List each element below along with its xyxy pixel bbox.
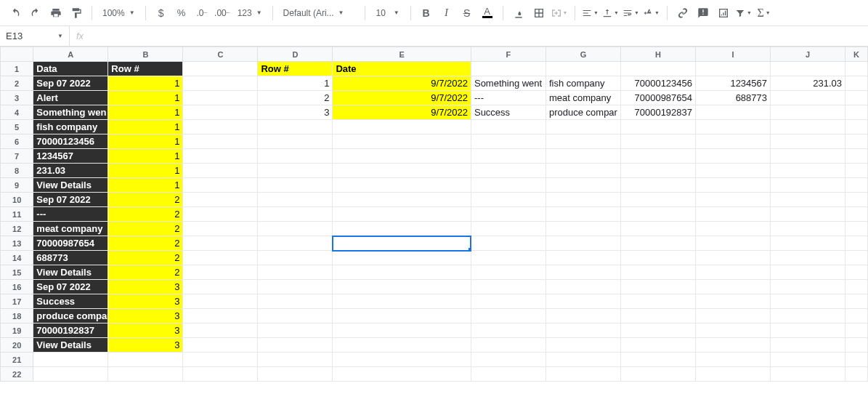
cell[interactable]	[258, 149, 333, 164]
cell[interactable]	[621, 353, 696, 367]
cell[interactable]	[621, 323, 696, 338]
cell[interactable]	[696, 134, 771, 149]
more-formats-combo[interactable]: 123▼	[233, 4, 267, 22]
cell[interactable]	[771, 178, 845, 193]
borders-button[interactable]	[530, 4, 548, 23]
formula-input[interactable]	[90, 26, 868, 46]
cell[interactable]	[183, 353, 258, 367]
cell[interactable]	[545, 222, 620, 236]
cell[interactable]	[258, 236, 333, 251]
undo-button[interactable]	[6, 4, 25, 23]
cell[interactable]: fish company	[33, 120, 108, 134]
column-header[interactable]: G	[545, 47, 620, 62]
decrease-decimal-button[interactable]: .0_	[192, 4, 211, 23]
cell[interactable]	[333, 134, 471, 149]
cell[interactable]	[258, 120, 333, 134]
cell[interactable]	[545, 134, 620, 149]
cell[interactable]	[771, 251, 845, 265]
cell[interactable]	[258, 294, 333, 309]
cell[interactable]	[258, 164, 333, 178]
row-header[interactable]: 10	[1, 193, 33, 207]
cell[interactable]: 1234567	[696, 76, 771, 91]
column-header[interactable]: K	[845, 47, 868, 62]
cell[interactable]: 3	[258, 105, 333, 120]
cell[interactable]	[545, 120, 620, 134]
cell[interactable]	[771, 236, 845, 251]
cell[interactable]	[33, 367, 108, 382]
cell[interactable]: 231.03	[33, 164, 108, 178]
cell[interactable]	[771, 222, 845, 236]
cell[interactable]	[696, 338, 771, 353]
cell[interactable]	[471, 251, 545, 265]
cell[interactable]	[696, 105, 771, 120]
cell[interactable]	[621, 294, 696, 309]
cell[interactable]: 1	[108, 164, 183, 178]
cell[interactable]	[621, 222, 696, 236]
cell[interactable]	[258, 338, 333, 353]
cell[interactable]	[471, 134, 545, 149]
cell[interactable]	[621, 149, 696, 164]
cell[interactable]: meat company	[545, 91, 620, 105]
cell[interactable]	[845, 323, 868, 338]
cell[interactable]: 70000987654	[33, 236, 108, 251]
cell[interactable]: 1	[258, 76, 333, 91]
cell[interactable]	[845, 62, 868, 76]
font-size-combo[interactable]: 10▼	[371, 4, 405, 22]
row-header[interactable]: 9	[1, 178, 33, 193]
cell[interactable]	[771, 323, 845, 338]
row-header[interactable]: 17	[1, 294, 33, 309]
cell[interactable]	[545, 251, 620, 265]
cell[interactable]: Sep 07 2022	[33, 193, 108, 207]
column-header[interactable]: B	[108, 47, 183, 62]
cell[interactable]	[183, 193, 258, 207]
cell[interactable]	[621, 134, 696, 149]
cell[interactable]	[183, 207, 258, 222]
cell[interactable]: 2	[108, 251, 183, 265]
cell[interactable]	[333, 265, 471, 280]
cell[interactable]: 1	[108, 120, 183, 134]
row-header[interactable]: 8	[1, 164, 33, 178]
cell[interactable]	[696, 149, 771, 164]
column-header[interactable]: E	[333, 47, 471, 62]
cell[interactable]: 1	[108, 91, 183, 105]
cell[interactable]: 1234567	[33, 149, 108, 164]
cell[interactable]	[333, 338, 471, 353]
insert-chart-button[interactable]	[714, 4, 733, 23]
cell[interactable]	[471, 62, 545, 76]
cell[interactable]	[183, 338, 258, 353]
column-header[interactable]: I	[696, 47, 771, 62]
cell[interactable]	[845, 91, 868, 105]
cell[interactable]	[333, 294, 471, 309]
italic-button[interactable]: I	[437, 4, 456, 23]
cell[interactable]	[621, 265, 696, 280]
cell[interactable]	[258, 207, 333, 222]
cell[interactable]: 2	[108, 193, 183, 207]
cell[interactable]	[183, 164, 258, 178]
row-header[interactable]: 11	[1, 207, 33, 222]
cell[interactable]	[183, 323, 258, 338]
row-header[interactable]: 5	[1, 120, 33, 134]
cell[interactable]: 1	[108, 105, 183, 120]
cell[interactable]	[845, 309, 868, 323]
cell[interactable]: Row #	[258, 62, 333, 76]
cell[interactable]	[696, 294, 771, 309]
cell[interactable]	[258, 280, 333, 294]
cell[interactable]	[771, 62, 845, 76]
cell[interactable]	[545, 338, 620, 353]
cell[interactable]	[183, 134, 258, 149]
cell[interactable]	[471, 367, 545, 382]
column-header[interactable]: A	[33, 47, 108, 62]
cell[interactable]: ---	[33, 207, 108, 222]
column-header[interactable]: H	[621, 47, 696, 62]
cell[interactable]	[845, 338, 868, 353]
cell[interactable]	[845, 222, 868, 236]
cell[interactable]: 70000192837	[33, 323, 108, 338]
cell[interactable]	[471, 178, 545, 193]
cell[interactable]	[771, 193, 845, 207]
cell[interactable]	[845, 105, 868, 120]
cell[interactable]: Sep 07 2022	[33, 76, 108, 91]
cell[interactable]	[258, 265, 333, 280]
functions-button[interactable]: Σ▼	[755, 4, 774, 23]
cell[interactable]: 9/7/2022	[333, 91, 471, 105]
font-combo[interactable]: Default (Ari...▼	[279, 4, 359, 22]
